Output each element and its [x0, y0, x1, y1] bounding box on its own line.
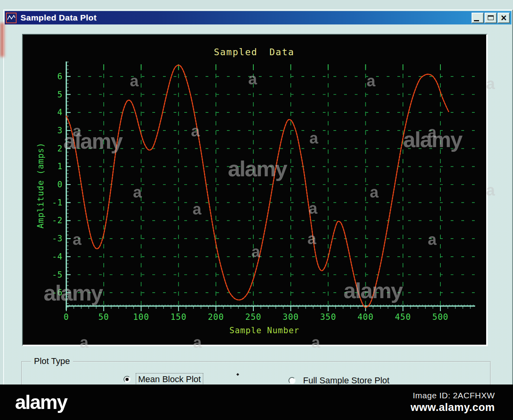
screen: Sampled Data Plot × 6543210-1-2-3-4-5-60…: [0, 0, 513, 420]
top-ticks: [104, 64, 440, 70]
svg-text:400: 400: [358, 312, 374, 322]
axes: [66, 62, 475, 311]
svg-text:-2: -2: [52, 216, 63, 225]
window-title: Sampled Data Plot: [21, 13, 97, 22]
window-controls: ×: [472, 13, 510, 23]
svg-text:-4: -4: [52, 252, 63, 261]
photo-artifact-red: [0, 23, 4, 57]
svg-text:250: 250: [245, 312, 262, 322]
radio-label[interactable]: Mean Block Plot: [136, 373, 203, 386]
tick-labels: 6543210-1-2-3-4-5-6050100150200250300350…: [52, 72, 449, 322]
waveform-icon[interactable]: [6, 13, 17, 23]
alamy-url-text: www.alamy.com: [410, 401, 495, 414]
svg-text:350: 350: [320, 312, 336, 322]
svg-text:300: 300: [283, 312, 299, 322]
svg-text:150: 150: [170, 312, 187, 322]
svg-text:1: 1: [57, 162, 63, 171]
maximize-icon: [488, 15, 494, 20]
svg-text:450: 450: [395, 312, 411, 322]
radio-option-mean-block-plot[interactable]: Mean Block Plot: [124, 373, 203, 386]
svg-text:-5: -5: [52, 270, 63, 280]
svg-text:-1: -1: [52, 198, 63, 207]
minimize-button[interactable]: [472, 13, 484, 23]
svg-text:2: 2: [57, 144, 63, 153]
svg-text:0: 0: [57, 180, 63, 189]
close-icon: ×: [501, 13, 507, 22]
alamy-logo: alamy: [15, 391, 67, 414]
minimize-icon: [474, 20, 479, 21]
svg-text:-6: -6: [52, 288, 63, 297]
close-button[interactable]: ×: [498, 13, 510, 23]
chart-svg: 6543210-1-2-3-4-5-6050100150200250300350…: [23, 35, 489, 347]
svg-text:5: 5: [57, 90, 63, 99]
svg-text:4: 4: [57, 108, 63, 117]
svg-text:6: 6: [57, 72, 63, 81]
svg-text:100: 100: [133, 312, 149, 322]
x-axis-label: Sample Number: [229, 326, 299, 335]
image-id-text: Image ID: 2ACFHXW: [410, 391, 495, 400]
svg-text:0: 0: [64, 312, 69, 322]
signal-curve: [66, 65, 449, 307]
svg-text:50: 50: [98, 312, 109, 322]
radio-button[interactable]: [288, 377, 296, 384]
titlebar[interactable]: Sampled Data Plot ×: [5, 11, 511, 24]
watermark-bar: alamy Image ID: 2ACFHXW www.alamy.com: [0, 385, 513, 420]
chart-title: Sampled Data: [214, 47, 294, 57]
y-axis-label: Amplitude (amps): [36, 142, 45, 228]
maximize-button[interactable]: [485, 13, 497, 23]
svg-text:-3: -3: [52, 234, 63, 243]
svg-text:3: 3: [57, 126, 63, 135]
radio-button[interactable]: [124, 376, 131, 383]
svg-text:200: 200: [208, 312, 224, 322]
watermark-info: Image ID: 2ACFHXW www.alamy.com: [410, 391, 495, 414]
plot-type-group-label: Plot Type: [31, 356, 73, 366]
plot-area: 6543210-1-2-3-4-5-6050100150200250300350…: [22, 34, 488, 346]
svg-text:500: 500: [432, 312, 449, 322]
